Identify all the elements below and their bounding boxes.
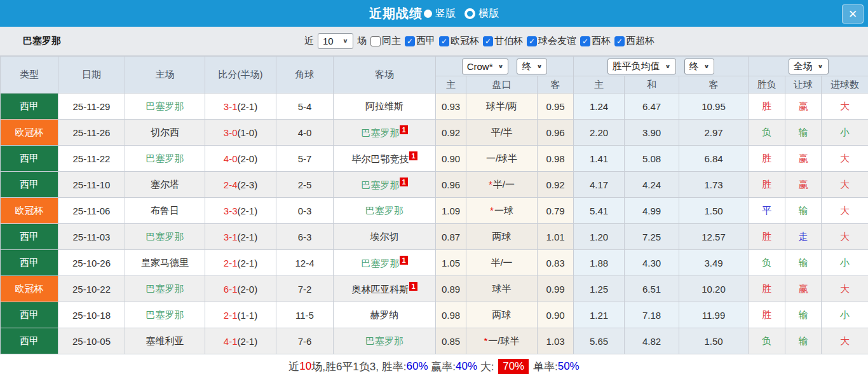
handicap-line: 两球 — [466, 302, 538, 328]
team-name: 切尔西 — [151, 127, 179, 137]
team-name: 巴塞罗那 — [146, 283, 184, 294]
euro-draw-odds: 4.99 — [625, 198, 679, 224]
bookmaker-period-select[interactable]: 终 ∨ — [517, 59, 547, 74]
handicap-away-odds: 0.95 — [538, 94, 574, 120]
euro-home-odds: 1.20 — [574, 224, 625, 250]
home-team-cell: 巴塞罗那 — [125, 302, 205, 328]
handicap-home-odds: 0.92 — [436, 120, 466, 146]
euro-draw-odds: 6.47 — [625, 94, 679, 120]
handicap-home-odds: 0.89 — [436, 276, 466, 302]
euro-away-odds: 3.49 — [679, 250, 749, 276]
handicap-result-cell: 输 — [785, 302, 822, 328]
checkbox-label: 欧冠杯 — [451, 35, 479, 47]
full-time-score: 6-1 — [224, 284, 238, 295]
red-count-badge: 1 — [409, 282, 417, 291]
team-title: 巴塞罗那 — [23, 35, 61, 47]
handicap-result-cell: 赢 — [785, 172, 822, 198]
summary-footer: 近10场,胜6平1负3, 胜率:60% 赢率:40% 大: 70% 单率:50% — [0, 354, 868, 376]
checkbox-label: 同主 — [382, 35, 401, 47]
title-bar: 近期战绩 竖版 横版 ✕ — [0, 0, 868, 27]
away-team-cell: 毕尔巴鄂竞技1 — [334, 146, 436, 172]
euro-home-odds: 4.17 — [574, 172, 625, 198]
checkbox-label: 甘伯杯 — [494, 35, 523, 47]
red-count-badge: 1 — [400, 125, 407, 134]
date-cell: 25-11-10 — [58, 172, 125, 198]
league-type-badge: 西甲 — [1, 146, 58, 172]
radio-horizontal-layout[interactable]: 横版 — [459, 7, 499, 20]
avg-odds-select[interactable]: 胜平负均值 ∨ — [607, 59, 676, 74]
league-type-badge: 西甲 — [1, 328, 58, 354]
team-name: 塞尔塔 — [151, 179, 179, 190]
checkbox-league-0[interactable]: ✓ 西甲 — [405, 35, 435, 47]
chevron-down-icon: ∨ — [536, 63, 542, 69]
bookmaker-select[interactable]: Crow* ∨ — [462, 59, 509, 74]
half-time-score: (2-0) — [238, 153, 258, 164]
red-count-badge: 1 — [400, 178, 407, 186]
full-time-score: 3-1 — [224, 232, 238, 242]
checkbox-checked-icon: ✓ — [439, 36, 449, 46]
scope-select[interactable]: 全场 ∨ — [789, 59, 829, 74]
dialog-title: 近期战绩 — [369, 5, 423, 22]
handicap-line: 平/半 — [466, 120, 538, 146]
checkbox-league-3[interactable]: ✓ 球会友谊 — [527, 35, 576, 47]
goals-result-cell: 大 — [822, 146, 868, 172]
checkbox-same-home[interactable]: 同主 — [370, 35, 401, 47]
scope-value: 全场 — [794, 60, 813, 73]
league-type-badge: 欧冠杯 — [1, 198, 58, 224]
euro-away-odds: 1.50 — [679, 198, 749, 224]
corner-cell: 6-3 — [276, 224, 334, 250]
team-name: 赫罗纳 — [370, 309, 399, 320]
date-cell: 25-10-22 — [58, 276, 125, 302]
goals-result-cell: 大 — [822, 198, 868, 224]
team-name: 巴塞罗那 — [146, 101, 184, 111]
home-team-cell: 巴塞罗那 — [125, 276, 205, 302]
away-team-cell: 赫罗纳 — [334, 302, 436, 328]
checkbox-league-1[interactable]: ✓ 欧冠杯 — [439, 35, 479, 47]
checkbox-label: 球会友谊 — [538, 35, 576, 47]
bookmaker-period-value: 终 — [522, 60, 531, 73]
checkbox-checked-icon: ✓ — [614, 36, 625, 46]
full-time-score: 2-1 — [224, 310, 238, 321]
euro-home-odds: 5.65 — [574, 328, 625, 354]
handicap-line: 一/球半 — [466, 146, 538, 172]
away-team-cell: 奥林匹亚科斯1 — [334, 276, 436, 302]
handicap-line: 球半 — [466, 276, 538, 302]
half-time-score: (2-1) — [238, 101, 258, 112]
score-cell: 2-4(2-3) — [205, 172, 276, 198]
sub-header-eu-away: 客 — [679, 76, 749, 94]
euro-odds-group-header: 胜平负均值 ∨ 终 ∨ — [574, 57, 749, 76]
radio-vertical-layout[interactable]: 竖版 — [426, 7, 456, 20]
team-name: 巴塞罗那 — [365, 335, 403, 346]
table-row: 西甲25-11-29巴塞罗那3-1(2-1)5-4阿拉维斯0.93球半/两0.9… — [1, 94, 868, 120]
sub-header-hcp-line: 盘口 — [466, 76, 538, 94]
home-team-cell: 切尔西 — [125, 120, 205, 146]
handicap-home-odds: 1.09 — [436, 198, 466, 224]
away-team-cell: 巴塞罗那1 — [334, 172, 436, 198]
table-row: 欧冠杯25-10-22巴塞罗那6-1(2-0)7-2奥林匹亚科斯10.89球半0… — [1, 276, 868, 302]
away-team-cell: 巴塞罗那1 — [334, 120, 436, 146]
handicap-home-odds: 1.05 — [436, 250, 466, 276]
corner-cell: 0-3 — [276, 198, 334, 224]
euro-draw-odds: 7.25 — [625, 224, 679, 250]
euro-draw-odds: 5.08 — [625, 146, 679, 172]
checkbox-league-2[interactable]: ✓ 甘伯杯 — [483, 35, 523, 47]
checkbox-checked-icon: ✓ — [527, 36, 537, 46]
avg-period-select[interactable]: 终 ∨ — [684, 59, 715, 74]
handicap-result-cell: 赢 — [785, 276, 822, 302]
near-count-select[interactable]: 10 ∨ — [318, 33, 353, 49]
away-team-cell: 埃尔切 — [334, 224, 436, 250]
team-name: 毕尔巴鄂竞技 — [351, 153, 409, 164]
league-type-badge: 西甲 — [1, 224, 58, 250]
checkbox-checked-icon: ✓ — [483, 36, 493, 46]
checkbox-league-4[interactable]: ✓ 西杯 — [580, 35, 611, 47]
team-name: 塞维利亚 — [146, 335, 184, 346]
handicap-line: 两球 — [466, 224, 538, 250]
close-icon: ✕ — [848, 8, 857, 21]
euro-home-odds: 1.21 — [574, 302, 625, 328]
close-button[interactable]: ✕ — [842, 4, 864, 24]
away-team-cell: 巴塞罗那1 — [334, 250, 436, 276]
chevron-down-icon: ∨ — [342, 38, 348, 44]
handicap-line: *半/一 — [466, 172, 538, 198]
result-cell: 平 — [749, 198, 785, 224]
checkbox-league-5[interactable]: ✓ 西超杯 — [614, 35, 654, 47]
